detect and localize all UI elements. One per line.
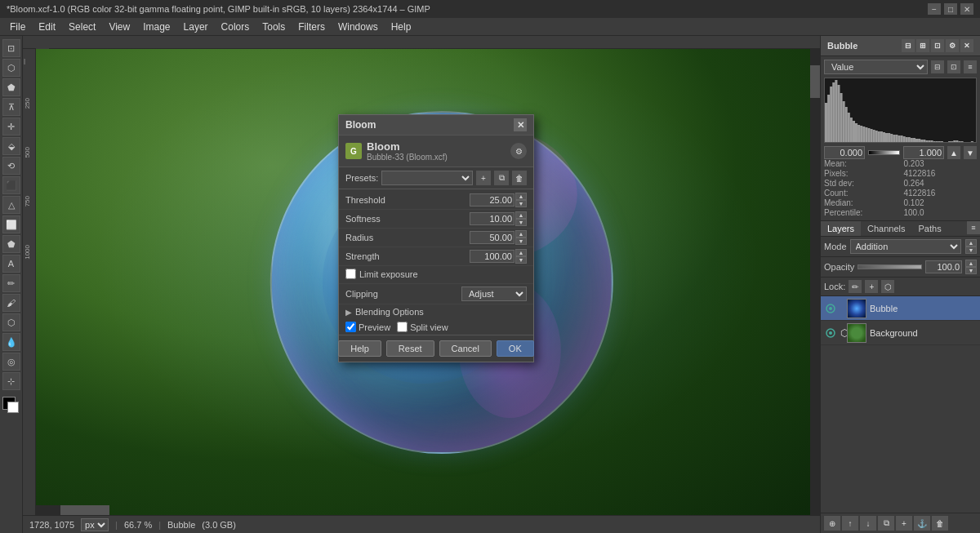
tool-eraser[interactable]: ⬡ [2, 313, 20, 331]
layer-visibility-bubble[interactable] [824, 302, 837, 315]
tool-color-pick[interactable]: ⊼ [2, 98, 20, 116]
radius-down[interactable]: ▼ [515, 238, 527, 245]
menu-layer[interactable]: Layer [177, 20, 215, 34]
preset-duplicate-button[interactable]: ⧉ [494, 171, 509, 185]
tool-pointer[interactable]: ⊡ [2, 39, 20, 57]
panel-icon-4[interactable]: ⚙ [946, 39, 959, 52]
layer-visibility-bg[interactable] [824, 326, 837, 340]
minimize-button[interactable]: − [928, 3, 941, 15]
mode-up[interactable]: ▲ [965, 239, 977, 247]
bloom-settings-button[interactable]: ⚙ [510, 143, 527, 159]
menu-image[interactable]: Image [136, 20, 176, 34]
new-layer-group-button[interactable]: ⊕ [824, 516, 840, 531]
anchor-layer-button[interactable]: ⚓ [914, 516, 930, 531]
preview-checkbox[interactable] [345, 322, 356, 332]
preset-add-button[interactable]: + [476, 171, 491, 185]
tool-flip[interactable]: ⬟ [2, 235, 20, 253]
duplicate-layer-button[interactable]: ⧉ [878, 516, 894, 531]
hist-spinner-up[interactable]: ▲ [947, 146, 960, 159]
histogram-icon-2[interactable]: ⊡ [947, 60, 960, 73]
close-button[interactable]: ✕ [960, 3, 973, 15]
layers-panel-icon[interactable]: ≡ [967, 221, 980, 234]
cancel-button[interactable]: Cancel [439, 340, 492, 357]
panel-icon-1[interactable]: ⊟ [902, 39, 915, 52]
delete-layer-button[interactable]: 🗑 [932, 516, 948, 531]
threshold-up[interactable]: ▲ [515, 193, 527, 200]
tab-channels[interactable]: Channels [861, 221, 911, 236]
raise-layer-button[interactable]: ↑ [842, 516, 858, 531]
tool-shear[interactable]: △ [2, 196, 20, 214]
opacity-up[interactable]: ▲ [965, 260, 977, 267]
strength-down[interactable]: ▼ [515, 256, 527, 264]
histogram-channel-select[interactable]: Value Red Green Blue [824, 60, 928, 74]
layer-link-bg[interactable]: ⬡ [840, 327, 844, 339]
blending-options-row[interactable]: ▶ Blending Options [339, 304, 533, 319]
menu-file[interactable]: File [3, 20, 32, 34]
tool-perspective[interactable]: ⬜ [2, 215, 20, 233]
layer-bubble[interactable]: Bubble [821, 296, 980, 321]
opacity-input[interactable] [925, 260, 962, 273]
opacity-down[interactable]: ▼ [965, 267, 977, 274]
tab-layers[interactable]: Layers [821, 221, 861, 236]
v-scrollbar-thumb[interactable] [810, 65, 820, 98]
maximize-button[interactable]: □ [944, 3, 957, 15]
radius-input[interactable] [470, 231, 514, 244]
threshold-input[interactable] [470, 193, 514, 207]
menu-help[interactable]: Help [385, 20, 418, 34]
lock-alpha-button[interactable]: ⬡ [881, 280, 894, 293]
tool-text[interactable]: A [2, 255, 20, 273]
horizontal-scrollbar[interactable] [36, 505, 109, 515]
mode-down[interactable]: ▼ [965, 247, 977, 254]
histogram-icon-1[interactable]: ⊟ [931, 60, 944, 73]
h-scrollbar-thumb[interactable] [60, 505, 109, 515]
split-view-checkbox[interactable] [397, 322, 408, 332]
foreground-bg-color[interactable] [2, 397, 20, 415]
panel-icon-2[interactable]: ⊞ [916, 39, 929, 52]
layer-background[interactable]: ⬡ Background [821, 321, 980, 345]
threshold-down[interactable]: ▼ [515, 200, 527, 207]
tool-crop[interactable]: ⬙ [2, 137, 20, 155]
preset-delete-button[interactable]: 🗑 [512, 171, 527, 185]
lock-position-button[interactable]: + [865, 280, 878, 293]
presets-select[interactable] [381, 171, 473, 185]
tool-rotate[interactable]: ⟲ [2, 157, 20, 175]
tool-move[interactable]: ✛ [2, 118, 20, 135]
histogram-icon-3[interactable]: ≡ [964, 60, 977, 73]
lower-layer-button[interactable]: ↓ [860, 516, 876, 531]
panel-icon-3[interactable]: ⊡ [931, 39, 944, 52]
tab-paths[interactable]: Paths [912, 221, 948, 236]
menu-windows[interactable]: Windows [332, 20, 385, 34]
tool-scale[interactable]: ⬛ [2, 176, 20, 194]
hist-max-input[interactable] [903, 146, 944, 159]
menu-tools[interactable]: Tools [256, 20, 292, 34]
menu-edit[interactable]: Edit [32, 20, 62, 34]
hist-spinner-down[interactable]: ▼ [964, 146, 977, 159]
new-layer-button[interactable]: + [896, 516, 912, 531]
tool-clone[interactable]: ◎ [2, 353, 20, 371]
softness-down[interactable]: ▼ [515, 219, 527, 226]
menu-colors[interactable]: Colors [215, 20, 256, 34]
lock-pixels-button[interactable]: ✏ [849, 280, 862, 293]
panel-icon-5[interactable]: ✕ [960, 39, 973, 52]
menu-view[interactable]: View [102, 20, 136, 34]
tool-heal[interactable]: ⊹ [2, 372, 20, 390]
ok-button[interactable]: OK [497, 340, 534, 357]
opacity-slider[interactable] [858, 264, 922, 269]
tool-lasso[interactable]: ⬡ [2, 59, 20, 77]
hist-min-input[interactable] [824, 146, 865, 159]
radius-up[interactable]: ▲ [515, 230, 527, 238]
unit-select[interactable]: px [81, 518, 109, 531]
tool-bucket[interactable]: 💧 [2, 333, 20, 351]
help-button[interactable]: Help [338, 340, 381, 357]
strength-input[interactable] [470, 250, 514, 263]
bloom-close-button[interactable]: ✕ [514, 118, 527, 131]
softness-up[interactable]: ▲ [515, 211, 527, 219]
vertical-scrollbar[interactable] [810, 49, 820, 515]
limit-exposure-checkbox[interactable] [345, 269, 356, 279]
reset-button[interactable]: Reset [386, 340, 434, 357]
tool-fuzzy[interactable]: ⬟ [2, 78, 20, 96]
menu-filters[interactable]: Filters [292, 20, 332, 34]
tool-paint[interactable]: 🖌 [2, 294, 20, 312]
clipping-select[interactable]: Adjust Clip [461, 286, 527, 301]
mode-select[interactable]: Addition Normal Multiply Screen [850, 239, 961, 254]
